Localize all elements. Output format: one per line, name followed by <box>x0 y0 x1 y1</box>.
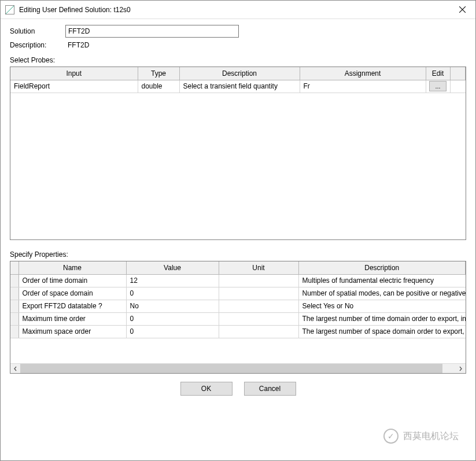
description-row: Description: FFT2D <box>10 41 466 49</box>
description-value: FFT2D <box>65 41 89 49</box>
solution-row: Solution <box>10 25 466 38</box>
scroll-left-button[interactable] <box>10 364 20 374</box>
row-handle[interactable] <box>10 274 19 287</box>
row-handle[interactable] <box>10 287 19 300</box>
probe-input-cell[interactable]: FieldReport <box>10 80 138 93</box>
prop-name-cell[interactable]: Maximum space order <box>19 325 126 338</box>
table-row[interactable]: Maximum time order0The largest number of… <box>10 312 466 325</box>
props-header-value[interactable]: Value <box>126 261 219 274</box>
probes-section-label: Select Probes: <box>10 56 466 64</box>
chevron-left-icon <box>13 366 17 371</box>
prop-unit-cell[interactable] <box>219 287 298 300</box>
scroll-thumb[interactable] <box>20 364 442 373</box>
probes-header-edit[interactable]: Edit <box>426 67 450 80</box>
prop-name-cell[interactable]: Order of time domain <box>19 274 126 287</box>
solution-input[interactable] <box>65 25 239 38</box>
probes-table-frame: Input Type Description Assignment Edit F… <box>10 67 466 240</box>
probe-assignment-cell[interactable]: Fr <box>300 80 426 93</box>
probes-header-assignment[interactable]: Assignment <box>300 67 426 80</box>
prop-value-cell[interactable]: No <box>126 300 219 312</box>
prop-name-cell[interactable]: Maximum time order <box>19 312 126 325</box>
prop-value-cell[interactable]: 12 <box>126 274 219 287</box>
solution-label: Solution <box>10 27 65 35</box>
table-row[interactable]: Order of time domain12Multiples of funda… <box>10 274 466 287</box>
description-label: Description: <box>10 41 65 49</box>
prop-description-cell[interactable]: Select Yes or No <box>298 300 466 312</box>
properties-table-frame: Name Value Unit Description Order of tim… <box>10 261 466 374</box>
probes-header-input[interactable]: Input <box>10 67 138 80</box>
ok-button[interactable]: OK <box>180 382 233 396</box>
chevron-right-icon <box>459 366 463 371</box>
scroll-track[interactable] <box>20 364 456 373</box>
properties-body: Name Value Unit Description Order of tim… <box>10 261 466 363</box>
prop-description-cell[interactable]: Number of spatial modes, can be positive… <box>298 287 466 300</box>
titlebar[interactable]: Editing User Defined Solution: t12s0 <box>1 1 475 19</box>
probe-description-cell[interactable]: Select a transient field quantity <box>179 80 300 93</box>
props-header-handle <box>10 261 19 274</box>
row-handle[interactable] <box>10 300 19 312</box>
probes-header-blank <box>450 67 466 80</box>
button-bar: OK Cancel <box>10 382 466 396</box>
cancel-button[interactable]: Cancel <box>244 382 296 396</box>
props-header-description[interactable]: Description <box>298 261 466 274</box>
edit-button[interactable]: ... <box>429 81 447 91</box>
probe-type-cell[interactable]: double <box>138 80 179 93</box>
props-header-row: Name Value Unit Description <box>10 261 466 274</box>
scroll-right-button[interactable] <box>456 364 466 374</box>
prop-name-cell[interactable]: Order of space domain <box>19 287 126 300</box>
prop-value-cell[interactable]: 0 <box>126 325 219 338</box>
table-row[interactable]: Order of space domain0Number of spatial … <box>10 287 466 300</box>
prop-description-cell[interactable]: Multiples of fundamental electric freque… <box>298 274 466 287</box>
probe-blank-cell <box>450 80 466 93</box>
properties-table: Name Value Unit Description Order of tim… <box>10 261 466 338</box>
probe-edit-cell: ... <box>426 80 450 93</box>
prop-value-cell[interactable]: 0 <box>126 287 219 300</box>
props-header-unit[interactable]: Unit <box>219 261 298 274</box>
prop-unit-cell[interactable] <box>219 312 298 325</box>
probes-header-description[interactable]: Description <box>179 67 300 80</box>
props-header-name[interactable]: Name <box>19 261 126 274</box>
prop-value-cell[interactable]: 0 <box>126 312 219 325</box>
table-row[interactable]: FieldReport double Select a transient fi… <box>10 80 466 93</box>
prop-name-cell[interactable]: Export FFT2D datatable ? <box>19 300 126 312</box>
prop-description-cell[interactable]: The largest number of time domain order … <box>298 312 466 325</box>
row-handle[interactable] <box>10 312 19 325</box>
prop-unit-cell[interactable] <box>219 300 298 312</box>
row-handle[interactable] <box>10 325 19 338</box>
close-button[interactable] <box>449 1 475 19</box>
table-row[interactable]: Export FFT2D datatable ?NoSelect Yes or … <box>10 300 466 312</box>
close-icon <box>459 6 466 13</box>
prop-unit-cell[interactable] <box>219 274 298 287</box>
dialog-window: Editing User Defined Solution: t12s0 Sol… <box>0 0 476 461</box>
properties-section-label: Specify Properties: <box>10 250 466 259</box>
probes-table: Input Type Description Assignment Edit F… <box>10 67 466 93</box>
app-icon <box>5 5 14 14</box>
prop-unit-cell[interactable] <box>219 325 298 338</box>
probes-header-row: Input Type Description Assignment Edit <box>10 67 466 80</box>
prop-description-cell[interactable]: The largest number of space domain order… <box>298 325 466 338</box>
horizontal-scrollbar[interactable] <box>10 363 466 373</box>
dialog-content: Solution Description: FFT2D Select Probe… <box>1 19 475 460</box>
probes-header-type[interactable]: Type <box>138 67 179 80</box>
table-row[interactable]: Maximum space order0The largest number o… <box>10 325 466 338</box>
window-title: Editing User Defined Solution: t12s0 <box>19 6 131 14</box>
